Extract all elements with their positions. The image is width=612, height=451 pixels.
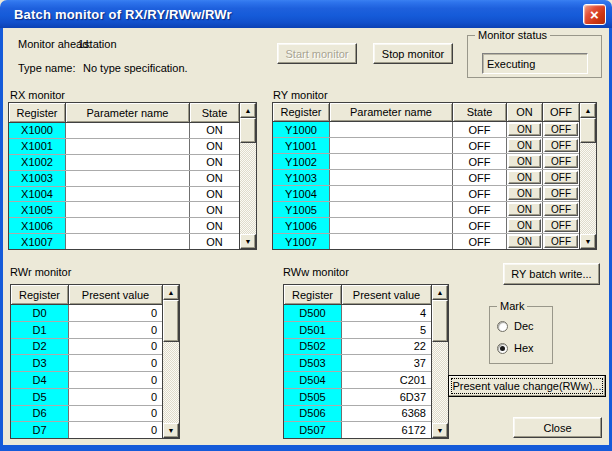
parameter-name-cell (330, 154, 453, 169)
titlebar[interactable]: Batch monitor of RX/RY/RWw/RWr × (0, 0, 612, 28)
off-cell: OFF (543, 186, 579, 201)
register-cell[interactable]: D503 (284, 355, 342, 371)
scroll-thumb[interactable] (432, 300, 448, 342)
scroll-down-icon[interactable]: ▼ (163, 423, 179, 438)
ry-on-button[interactable]: ON (508, 203, 541, 216)
register-cell[interactable]: X1007 (9, 234, 66, 249)
register-cell[interactable]: Y1007 (273, 234, 330, 249)
scroll-down-icon[interactable]: ▼ (432, 423, 448, 438)
register-cell[interactable]: X1004 (9, 187, 66, 202)
rx-scrollbar[interactable]: ▲ ▼ (239, 103, 256, 249)
rx-column-header-parameter-name[interactable]: Parameter name (66, 103, 190, 122)
ry-column-header-state[interactable]: State (453, 103, 507, 121)
ry-off-button[interactable]: OFF (544, 203, 578, 216)
register-cell[interactable]: D506 (284, 406, 342, 422)
ry-scrollbar[interactable]: ▲ ▼ (579, 103, 596, 249)
register-cell[interactable]: Y1000 (273, 122, 330, 137)
ry-batch-write-button[interactable]: RY batch write... (503, 263, 600, 285)
state-cell: ON (190, 123, 239, 138)
present-value-change-button[interactable]: Present value change(RWw)... (448, 375, 606, 397)
mark-radio-option[interactable]: Hex (497, 341, 534, 355)
ry-column-header-parameter-name[interactable]: Parameter name (330, 103, 453, 121)
scroll-up-icon[interactable]: ▲ (580, 103, 596, 118)
ry-off-button[interactable]: OFF (544, 123, 578, 136)
ry-on-button[interactable]: ON (508, 187, 541, 200)
scroll-thumb[interactable] (580, 118, 596, 143)
ry-column-header-register[interactable]: Register (273, 103, 330, 121)
register-cell[interactable]: D4 (11, 372, 69, 388)
register-cell[interactable]: Y1006 (273, 218, 330, 233)
scroll-up-icon[interactable]: ▲ (432, 285, 448, 300)
register-cell[interactable]: X1000 (9, 123, 66, 138)
on-cell: ON (507, 138, 543, 153)
register-cell[interactable]: D2 (11, 339, 69, 355)
close-button[interactable]: × (583, 4, 606, 25)
rx-column-header-register[interactable]: Register (9, 103, 66, 122)
ry-column-header-off[interactable]: OFF (543, 103, 579, 121)
register-cell[interactable]: D505 (284, 389, 342, 405)
register-cell[interactable]: D7 (11, 422, 69, 438)
register-cell[interactable]: D500 (284, 305, 342, 321)
scroll-down-icon[interactable]: ▼ (580, 234, 596, 249)
register-cell[interactable]: D6 (11, 406, 69, 422)
register-cell[interactable]: Y1004 (273, 186, 330, 201)
ry-off-button[interactable]: OFF (544, 155, 578, 168)
ry-on-button[interactable]: ON (508, 235, 541, 248)
scroll-down-icon[interactable]: ▼ (240, 234, 256, 249)
parameter-name-cell (330, 186, 453, 201)
close-dialog-button[interactable]: Close (513, 417, 602, 438)
state-cell: OFF (453, 186, 507, 201)
ry-off-button[interactable]: OFF (544, 139, 578, 152)
rwr-column-header-present-value[interactable]: Present value (69, 285, 162, 304)
register-cell[interactable]: Y1003 (273, 170, 330, 185)
rww-monitor-table: Register Present value D500 4 D501 5 (283, 284, 449, 439)
ry-on-button[interactable]: ON (508, 155, 541, 168)
register-cell[interactable]: X1002 (9, 155, 66, 170)
scroll-up-icon[interactable]: ▲ (163, 285, 179, 300)
rx-table-row: X1001 ON (9, 139, 239, 155)
register-cell[interactable]: X1005 (9, 202, 66, 217)
ry-on-button[interactable]: ON (508, 219, 541, 232)
ry-on-button[interactable]: ON (508, 171, 541, 184)
off-cell: OFF (543, 218, 579, 233)
register-cell[interactable]: D3 (11, 355, 69, 371)
rx-table-row: X1003 ON (9, 171, 239, 187)
register-cell[interactable]: Y1002 (273, 154, 330, 169)
rwr-scrollbar[interactable]: ▲ ▼ (162, 285, 179, 438)
rx-column-header-state[interactable]: State (190, 103, 239, 122)
rww-column-header-register[interactable]: Register (284, 285, 342, 304)
rwr-column-header-register[interactable]: Register (11, 285, 69, 304)
ry-off-button[interactable]: OFF (544, 187, 578, 200)
ry-column-header-on[interactable]: ON (507, 103, 543, 121)
off-cell: OFF (543, 154, 579, 169)
ry-on-button[interactable]: ON (508, 139, 541, 152)
register-cell[interactable]: D501 (284, 322, 342, 338)
ry-off-button[interactable]: OFF (544, 171, 578, 184)
ry-on-button[interactable]: ON (508, 123, 541, 136)
scroll-thumb[interactable] (163, 300, 179, 342)
rww-scrollbar[interactable]: ▲ ▼ (431, 285, 448, 438)
register-cell[interactable]: X1001 (9, 139, 66, 154)
mark-radio-option[interactable]: Dec (497, 319, 534, 333)
parameter-name-cell (66, 234, 190, 249)
register-cell[interactable]: Y1001 (273, 138, 330, 153)
register-cell[interactable]: D507 (284, 422, 342, 438)
register-cell[interactable]: D0 (11, 305, 69, 321)
stop-monitor-button[interactable]: Stop monitor (373, 43, 453, 64)
scroll-thumb[interactable] (240, 118, 256, 143)
ry-table-row: Y1003 OFF ON OFF (273, 170, 579, 186)
start-monitor-button[interactable]: Start monitor (277, 43, 357, 64)
register-cell[interactable]: D504 (284, 372, 342, 388)
register-cell[interactable]: X1003 (9, 171, 66, 186)
rx-monitor-table: Register Parameter name State X1000 ON X… (8, 102, 257, 250)
register-cell[interactable]: D5 (11, 389, 69, 405)
register-cell[interactable]: Y1005 (273, 202, 330, 217)
register-cell[interactable]: D502 (284, 339, 342, 355)
present-value-cell: C201 (342, 372, 431, 388)
register-cell[interactable]: D1 (11, 322, 69, 338)
ry-off-button[interactable]: OFF (544, 219, 578, 232)
register-cell[interactable]: X1006 (9, 218, 66, 233)
rww-column-header-present-value[interactable]: Present value (342, 285, 431, 304)
ry-off-button[interactable]: OFF (544, 235, 578, 248)
scroll-up-icon[interactable]: ▲ (240, 103, 256, 118)
